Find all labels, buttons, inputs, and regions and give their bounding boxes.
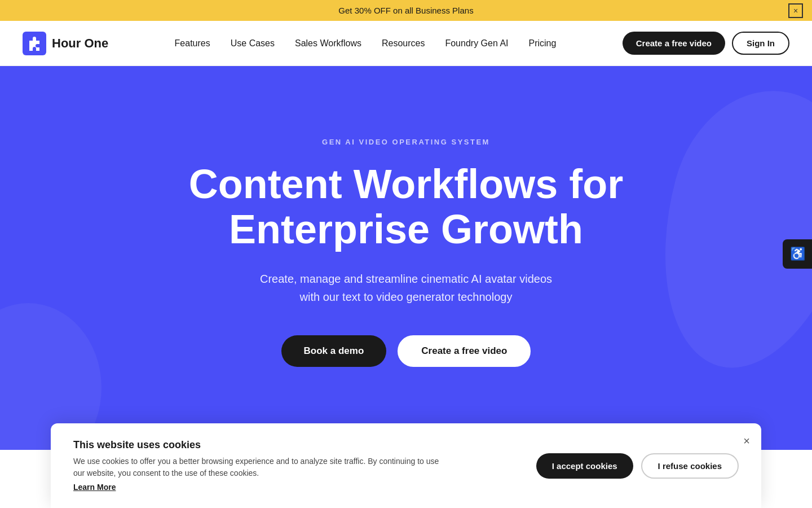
- nav-create-free-video-button[interactable]: Create a free video: [623, 32, 725, 55]
- cookie-banner: × This website uses cookies We use cooki…: [51, 423, 761, 508]
- navbar: Hour One Features Use Cases Sales Workfl…: [0, 21, 812, 66]
- cookie-close-button[interactable]: ×: [743, 435, 750, 448]
- nav-links: Features Use Cases Sales Workflows Resou…: [175, 38, 557, 49]
- logo-icon: [23, 32, 46, 55]
- hero-buttons: Book a demo Create a free video: [281, 335, 531, 367]
- accessibility-icon: ♿: [790, 247, 805, 261]
- hero-tag: GEN AI VIDEO OPERATING SYSTEM: [322, 138, 490, 146]
- announcement-bar: Get 30% OFF on all Business Plans ×: [0, 0, 812, 21]
- nav-item-features[interactable]: Features: [175, 38, 210, 49]
- cookie-description: We use cookies to offer you a better bro…: [73, 456, 445, 479]
- logo-text: Hour One: [52, 36, 108, 50]
- cookie-title: This website uses cookies: [73, 439, 514, 451]
- accessibility-button[interactable]: ♿: [783, 239, 812, 269]
- nav-item-use-cases[interactable]: Use Cases: [231, 38, 275, 49]
- hero-subtitle-line1: Create, manage and streamline cinematic …: [260, 273, 552, 285]
- logo[interactable]: Hour One: [23, 32, 108, 55]
- create-free-video-button[interactable]: Create a free video: [398, 335, 531, 367]
- nav-sign-in-button[interactable]: Sign In: [732, 32, 789, 55]
- nav-actions: Create a free video Sign In: [623, 32, 789, 55]
- book-demo-button[interactable]: Book a demo: [281, 335, 387, 367]
- hero-title: Content Workflows for Enterprise Growth: [189, 162, 624, 251]
- nav-item-sales-workflows[interactable]: Sales Workflows: [295, 38, 361, 49]
- hero-section: GEN AI VIDEO OPERATING SYSTEM Content Wo…: [0, 66, 812, 450]
- nav-item-pricing[interactable]: Pricing: [529, 38, 557, 49]
- cookie-actions: I accept cookies I refuse cookies: [536, 453, 739, 479]
- refuse-cookies-button[interactable]: I refuse cookies: [641, 453, 739, 479]
- announcement-close-button[interactable]: ×: [788, 3, 803, 18]
- hero-title-line2: Enterprise Growth: [229, 207, 583, 252]
- cookie-learn-more-link[interactable]: Learn More: [73, 483, 116, 492]
- nav-item-foundry-gen-ai[interactable]: Foundry Gen AI: [445, 38, 508, 49]
- hero-title-line1: Content Workflows for: [189, 161, 624, 207]
- announcement-text: Get 30% OFF on all Business Plans: [338, 6, 473, 15]
- hero-subtitle: Create, manage and streamline cinematic …: [260, 270, 552, 306]
- hero-subtitle-line2: with our text to video generator technol…: [300, 291, 513, 303]
- accept-cookies-button[interactable]: I accept cookies: [536, 453, 633, 479]
- cookie-text-area: This website uses cookies We use cookies…: [73, 439, 514, 492]
- nav-item-resources[interactable]: Resources: [382, 38, 425, 49]
